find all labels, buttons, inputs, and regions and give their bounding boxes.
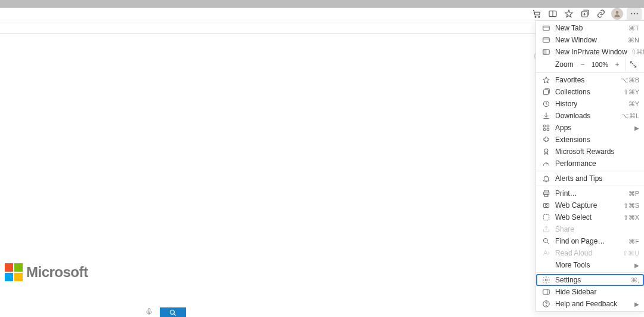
svg-marker-24 — [543, 77, 550, 83]
chevron-right-icon: ▶ — [634, 301, 639, 307]
menu-favorites[interactable]: Favorites ⌥⌘B — [536, 74, 644, 86]
more-menu-button[interactable] — [627, 8, 642, 20]
menu-label: Favorites — [555, 76, 617, 84]
menu-hide-sidebar[interactable]: Hide Sidebar — [536, 286, 644, 298]
menu-group-tools: Print… ⌘P Web Capture ⇧⌘S Web Select ⇧⌘X… — [536, 186, 644, 273]
svg-point-40 — [543, 238, 547, 242]
svg-rect-36 — [544, 194, 548, 196]
zoom-out-button[interactable]: − — [576, 58, 589, 71]
svg-line-23 — [633, 65, 636, 67]
menu-performance[interactable]: Performance — [536, 158, 644, 170]
favorites-star-icon[interactable] — [561, 8, 577, 20]
menu-apps[interactable]: Apps ▶ — [536, 122, 644, 134]
app-menu: New Tab ⌘T New Window ⌘N New InPrivate W… — [535, 20, 644, 312]
menu-label: New Tab — [555, 24, 625, 32]
download-icon — [541, 110, 552, 121]
print-icon — [541, 188, 552, 199]
svg-rect-25 — [543, 90, 548, 95]
menu-shortcut: ⌘, — [631, 276, 639, 284]
menu-new-inprivate[interactable]: New InPrivate Window ⇧⌘N — [536, 46, 644, 58]
fullscreen-button[interactable] — [625, 58, 640, 71]
menu-label: Read Aloud — [555, 249, 619, 257]
menu-shortcut: ⌘F — [628, 238, 639, 245]
menu-label: Extensions — [555, 136, 639, 144]
menu-extensions[interactable]: Extensions — [536, 134, 644, 146]
menu-label: Alerts and Tips — [555, 174, 639, 183]
menu-shortcut: ⌘T — [628, 24, 639, 32]
menu-label: Collections — [555, 88, 620, 96]
svg-point-1 — [538, 16, 540, 17]
menu-label: Web Capture — [555, 201, 620, 210]
chevron-right-icon: ▶ — [634, 125, 639, 131]
menu-shortcut: ⇧⌘X — [623, 214, 639, 221]
menu-rewards[interactable]: Microsoft Rewards — [536, 146, 644, 158]
microsoft-logo: Microsoft — [5, 263, 88, 281]
menu-new-window[interactable]: New Window ⌘N — [536, 34, 644, 46]
svg-rect-12 — [148, 309, 150, 312]
microsoft-wordmark: Microsoft — [26, 264, 88, 281]
zoom-in-button[interactable]: + — [611, 58, 624, 71]
menu-label: Help and Feedback — [555, 300, 631, 308]
menu-find[interactable]: Find on Page… ⌘F — [536, 235, 644, 247]
svg-rect-29 — [547, 125, 549, 127]
menu-label: History — [555, 100, 625, 108]
menu-label: Microsoft Rewards — [555, 147, 639, 156]
menu-web-capture[interactable]: Web Capture ⇧⌘S — [536, 199, 644, 211]
menu-label: Downloads — [555, 112, 618, 120]
select-icon — [541, 212, 552, 223]
menu-read-aloud: Read Aloud ⇧⌘U — [536, 247, 644, 259]
menu-label: Settings — [555, 276, 627, 284]
split-screen-icon[interactable] — [544, 8, 561, 20]
svg-point-8 — [616, 11, 619, 14]
svg-marker-4 — [565, 10, 572, 17]
window-icon — [541, 35, 552, 45]
menu-group-lib: Favorites ⌥⌘B Collections ⇧⌘Y History ⌘Y… — [536, 73, 644, 171]
shopping-icon[interactable] — [528, 8, 544, 20]
svg-rect-39 — [543, 214, 549, 220]
bell-icon — [541, 173, 552, 184]
performance-icon — [541, 158, 552, 169]
menu-label: Share — [555, 225, 639, 233]
menu-label: Print… — [555, 189, 625, 198]
menu-label: More Tools — [555, 261, 631, 269]
menu-shortcut: ⌘P — [628, 190, 639, 198]
tab-icon — [541, 23, 552, 33]
svg-point-14 — [170, 310, 174, 314]
svg-point-38 — [545, 204, 547, 207]
help-icon — [541, 298, 552, 309]
menu-web-select[interactable]: Web Select ⇧⌘X — [536, 211, 644, 223]
svg-rect-21 — [543, 50, 546, 54]
voice-search-button[interactable] — [138, 307, 160, 317]
menu-shortcut: ⌘Y — [628, 100, 639, 108]
zoom-value: 100% — [589, 61, 611, 68]
svg-line-15 — [174, 314, 176, 316]
menu-collections[interactable]: Collections ⇧⌘Y — [536, 86, 644, 98]
sidebar-icon — [541, 287, 552, 297]
history-icon — [541, 99, 552, 109]
menu-more-tools[interactable]: More Tools ▶ — [536, 259, 644, 271]
browser-toolbar — [0, 8, 644, 20]
chevron-right-icon: ▶ — [634, 262, 639, 269]
menu-settings[interactable]: Settings ⌘, — [536, 274, 644, 286]
menu-downloads[interactable]: Downloads ⌥⌘L — [536, 110, 644, 122]
menu-history[interactable]: History ⌘Y — [536, 98, 644, 110]
collections-icon[interactable] — [577, 8, 593, 20]
svg-rect-28 — [543, 125, 546, 127]
menu-group-new: New Tab ⌘T New Window ⌘N New InPrivate W… — [536, 21, 644, 73]
menu-alerts[interactable]: Alerts and Tips — [536, 173, 644, 184]
search-button[interactable] — [160, 307, 186, 317]
menu-print[interactable]: Print… ⌘P — [536, 187, 644, 199]
svg-line-22 — [630, 61, 633, 64]
profile-avatar[interactable] — [611, 8, 623, 20]
menu-group-settings: Settings ⌘, Hide Sidebar Help and Feedba… — [536, 273, 644, 311]
menu-group-alerts: Alerts and Tips — [536, 171, 644, 186]
menu-shortcut: ⇧⌘U — [623, 250, 639, 257]
copy-link-icon[interactable] — [593, 8, 609, 20]
menu-label: Find on Page… — [555, 237, 625, 245]
menu-zoom-row: Zoom − 100% + — [536, 58, 644, 71]
menu-shortcut: ⇧⌘S — [623, 202, 639, 210]
svg-point-43 — [545, 279, 547, 281]
menu-help[interactable]: Help and Feedback ▶ — [536, 298, 644, 310]
menu-new-tab[interactable]: New Tab ⌘T — [536, 22, 644, 34]
svg-rect-16 — [543, 26, 550, 31]
